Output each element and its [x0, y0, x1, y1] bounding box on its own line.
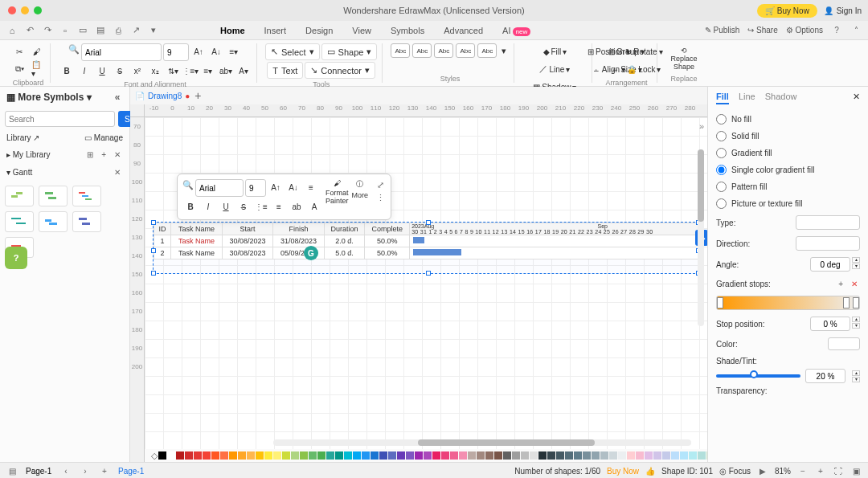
table-row[interactable]: 2 Task Name 30/08/2023 05/09/2023 5.0 d.…	[154, 247, 698, 259]
ft-underline-icon[interactable]: U	[218, 198, 234, 214]
radio-pattern-fill[interactable]	[716, 182, 727, 192]
ft-align-icon[interactable]: ≡	[303, 179, 319, 195]
color-swatch[interactable]	[689, 451, 697, 460]
table-row[interactable]: 1 Task Name 30/08/2023 31/08/2023 2.0 d.…	[154, 235, 698, 247]
search-font-icon[interactable]: 🔍	[68, 43, 80, 55]
color-swatch[interactable]	[706, 451, 707, 460]
color-swatch[interactable]	[176, 451, 184, 460]
collapse-panel-icon[interactable]: «	[112, 92, 123, 103]
page-list-icon[interactable]: ▤	[6, 466, 18, 477]
page-tab[interactable]: Page-1	[118, 467, 144, 476]
zoom-out-icon[interactable]: −	[797, 466, 809, 477]
color-swatch[interactable]	[653, 451, 661, 460]
style-more-icon[interactable]: ▾	[499, 43, 509, 59]
ft-font-size-input[interactable]	[245, 179, 266, 197]
thumbs-up-icon[interactable]: 👍	[645, 467, 655, 476]
increase-font-icon[interactable]: A↑	[190, 43, 207, 59]
color-swatch[interactable]	[344, 451, 352, 460]
tab-advanced[interactable]: Advanced	[434, 22, 493, 39]
tab-view[interactable]: View	[342, 22, 381, 39]
replace-shape-button[interactable]: ⟲ Replace Shape	[665, 45, 702, 72]
style-preset[interactable]: Abc	[434, 43, 453, 58]
prev-page-icon[interactable]: ‹	[60, 466, 72, 477]
color-swatch[interactable]	[698, 451, 706, 460]
add-document-button[interactable]: +	[194, 89, 201, 102]
color-swatch[interactable]	[185, 451, 193, 460]
paste-icon[interactable]: 📋▾	[29, 61, 45, 77]
options-button[interactable]: ⚙ Options	[786, 26, 823, 35]
color-swatch[interactable]	[521, 451, 529, 460]
color-swatch[interactable]	[256, 451, 264, 460]
color-swatch[interactable]	[247, 451, 255, 460]
color-swatch[interactable]	[459, 451, 467, 460]
line-spacing-icon[interactable]: ⇅▾	[165, 63, 181, 79]
color-swatch[interactable]	[229, 451, 237, 460]
export-icon[interactable]: ↗	[130, 25, 141, 36]
next-page-icon[interactable]: ›	[80, 466, 91, 477]
radio-solid-fill[interactable]	[716, 131, 727, 141]
type-select[interactable]	[796, 215, 860, 230]
add-lib-icon[interactable]: +	[98, 149, 109, 160]
tab-symbols[interactable]: Symbols	[381, 22, 434, 39]
color-swatch[interactable]	[317, 451, 326, 460]
share-button[interactable]: ↪ Share	[747, 26, 777, 35]
zoom-in-icon[interactable]: +	[815, 466, 826, 477]
focus-button[interactable]: ◎ Focus	[719, 467, 751, 476]
ft-decrease-font-icon[interactable]: A↓	[285, 179, 301, 195]
style-preset[interactable]: Abc	[477, 43, 497, 58]
save-icon[interactable]: ▤	[95, 25, 106, 36]
print-icon[interactable]: ⎙	[113, 25, 124, 36]
radio-single-gradient-fill[interactable]	[716, 165, 727, 175]
color-swatch[interactable]	[291, 451, 299, 460]
gradient-stop-handle[interactable]	[853, 297, 859, 308]
color-swatch[interactable]	[512, 451, 520, 460]
symbol-thumb[interactable]	[72, 211, 101, 232]
color-swatch[interactable]	[371, 451, 379, 460]
color-swatch[interactable]	[309, 451, 317, 460]
color-swatch[interactable]	[388, 451, 396, 460]
color-swatch[interactable]	[494, 451, 502, 460]
decrease-font-icon[interactable]: A↓	[208, 43, 224, 59]
copy-icon[interactable]: ⧉▾	[11, 61, 27, 77]
color-swatch[interactable]	[282, 451, 290, 460]
rotate-dropdown[interactable]: ↻ Rotate▾	[636, 43, 652, 59]
expand-right-panel-icon[interactable]: »	[699, 121, 704, 131]
help-chat-icon[interactable]: ?	[5, 247, 27, 269]
color-swatch[interactable]	[406, 451, 414, 460]
color-swatch[interactable]	[645, 451, 653, 460]
underline-icon[interactable]: U	[94, 63, 110, 79]
color-swatch[interactable]	[485, 451, 493, 460]
color-swatch[interactable]	[627, 451, 635, 460]
color-swatch[interactable]	[583, 451, 591, 460]
color-swatch[interactable]	[194, 451, 202, 460]
style-preset[interactable]: Abc	[412, 43, 432, 58]
strike-icon[interactable]: S̶	[112, 63, 128, 79]
color-swatch[interactable]	[450, 451, 458, 460]
close-panel-icon[interactable]: ✕	[853, 92, 860, 104]
gantt-library-item[interactable]: ▾ Gantt	[6, 168, 32, 177]
color-swatch[interactable]	[362, 451, 370, 460]
color-swatch[interactable]	[618, 451, 626, 460]
publish-button[interactable]: ✎ Publish	[705, 26, 740, 35]
ft-strike-icon[interactable]: S̶	[235, 198, 252, 214]
ft-highlight-icon[interactable]: ab	[289, 198, 305, 214]
undo-icon[interactable]: ↶	[24, 25, 35, 36]
redo-icon[interactable]: ↷	[42, 25, 53, 36]
home-icon[interactable]: ⌂	[6, 25, 18, 36]
buy-now-button[interactable]: 🛒Buy Now	[757, 4, 817, 18]
angle-stepper[interactable]: ▴▾	[852, 257, 860, 272]
close-lib-icon[interactable]: ✕	[112, 149, 123, 160]
symbol-thumb[interactable]	[39, 211, 68, 232]
ft-increase-font-icon[interactable]: A↑	[268, 179, 284, 195]
color-swatch[interactable]	[415, 451, 423, 460]
color-swatch[interactable]	[167, 451, 175, 460]
fill-dropdown[interactable]: ◆ Fill▾	[547, 43, 563, 59]
shade-input[interactable]	[805, 369, 845, 383]
rp-tab-line[interactable]: Line	[739, 92, 755, 104]
gradient-stop-handle[interactable]	[717, 297, 723, 308]
line-dropdown[interactable]: ／ Line▾	[547, 61, 563, 77]
italic-icon[interactable]: I	[76, 63, 92, 79]
tab-home[interactable]: Home	[211, 22, 255, 39]
play-icon[interactable]: ▶	[757, 466, 768, 477]
color-swatch[interactable]	[397, 451, 405, 460]
